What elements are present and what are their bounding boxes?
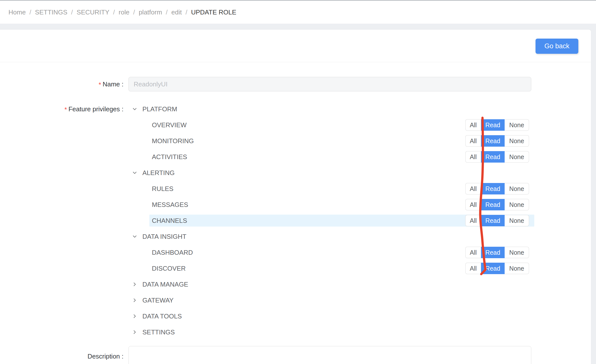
tree-row-gateway: GATEWAY [0, 295, 591, 306]
privilege-none-button[interactable]: None [505, 135, 529, 147]
chevron-right-icon[interactable] [131, 329, 138, 335]
breadcrumb-separator: / [133, 8, 135, 16]
tree-row-data-manage: DATA MANAGE [0, 279, 591, 290]
privilege-group: AllReadNone [465, 199, 529, 210]
privilege-read-button[interactable]: Read [481, 199, 505, 210]
tree-row-label[interactable]: MONITORING [152, 137, 194, 145]
tree-row-data-insight: DATA INSIGHT [0, 231, 591, 242]
breadcrumb-item-update-role: UPDATE ROLE [191, 8, 236, 16]
privilege-read-button[interactable]: Read [481, 135, 505, 147]
privilege-group: AllReadNone [465, 151, 529, 163]
tree-row-label[interactable]: DATA INSIGHT [142, 233, 186, 241]
tree-row-messages: MESSAGESAllReadNone [0, 199, 591, 210]
chevron-right-icon[interactable] [131, 281, 138, 288]
privilege-read-button[interactable]: Read [481, 215, 505, 226]
tree-row-label[interactable]: PLATFORM [142, 105, 177, 113]
privilege-all-button[interactable]: All [465, 151, 481, 163]
tree-row-label[interactable]: ALERTING [142, 169, 175, 177]
chevron-down-icon[interactable] [131, 106, 138, 112]
privilege-read-button[interactable]: Read [481, 183, 505, 194]
tree-row-settings: SETTINGS [0, 326, 591, 338]
tree-row-label[interactable]: DATA MANAGE [142, 281, 188, 288]
tree-row-label[interactable]: RULES [152, 185, 174, 193]
breadcrumb-item-role[interactable]: role [119, 8, 129, 16]
description-textarea[interactable] [128, 346, 531, 364]
privilege-all-button[interactable]: All [465, 119, 481, 131]
breadcrumb-separator: / [166, 8, 168, 16]
tree-row-alerting: ALERTING [0, 167, 591, 179]
tree-row-label[interactable]: CHANNELS [152, 217, 187, 225]
privilege-read-button[interactable]: Read [481, 263, 505, 274]
privilege-all-button[interactable]: All [465, 215, 481, 226]
privilege-all-button[interactable]: All [465, 263, 481, 274]
privilege-none-button[interactable]: None [505, 263, 529, 274]
breadcrumb-separator: / [113, 8, 115, 16]
breadcrumb-item-edit[interactable]: edit [171, 8, 182, 16]
tree-row-dashboard: DASHBOARDAllReadNone [0, 247, 591, 258]
tree-row-overview: OVERVIEWAllReadNone [0, 119, 591, 131]
breadcrumb-item-security[interactable]: SECURITY [77, 8, 109, 16]
breadcrumb-separator: / [185, 8, 187, 16]
privilege-read-button[interactable]: Read [481, 247, 505, 258]
tree-row-discover: DISCOVERAllReadNone [0, 263, 591, 274]
tree-row-monitoring: MONITORINGAllReadNone [0, 135, 591, 147]
privilege-group: AllReadNone [465, 183, 529, 194]
breadcrumb-item-platform[interactable]: platform [139, 8, 162, 16]
privilege-none-button[interactable]: None [505, 151, 529, 163]
privilege-none-button[interactable]: None [505, 183, 529, 194]
chevron-down-icon[interactable] [131, 170, 138, 176]
breadcrumb: Home/SETTINGS/SECURITY/role/platform/edi… [8, 8, 236, 16]
tree-row-channels: CHANNELSAllReadNone [0, 215, 591, 226]
description-label: Description : [0, 352, 123, 361]
privilege-tree: PLATFORMOVERVIEWAllReadNoneMONITORINGAll… [0, 30, 591, 364]
description-label-text: Description : [88, 353, 124, 360]
privilege-read-button[interactable]: Read [481, 119, 505, 131]
tree-row-label[interactable]: GATEWAY [142, 297, 174, 304]
privilege-none-button[interactable]: None [505, 199, 529, 210]
privilege-none-button[interactable]: None [505, 119, 529, 131]
tree-row-label[interactable]: DATA TOOLS [142, 312, 182, 320]
privilege-all-button[interactable]: All [465, 135, 481, 147]
privilege-group: AllReadNone [465, 135, 529, 147]
privilege-none-button[interactable]: None [505, 247, 529, 258]
tree-row-label[interactable]: OVERVIEW [152, 121, 187, 129]
tree-row-label[interactable]: MESSAGES [152, 201, 188, 209]
privilege-all-button[interactable]: All [465, 199, 481, 210]
tree-row-rules: RULESAllReadNone [0, 183, 591, 194]
breadcrumb-item-home[interactable]: Home [8, 8, 26, 16]
tree-row-label[interactable]: DISCOVER [152, 265, 186, 272]
breadcrumb-separator: / [29, 8, 31, 16]
privilege-all-button[interactable]: All [465, 247, 481, 258]
tree-row-platform: PLATFORM [0, 103, 591, 115]
chevron-right-icon[interactable] [131, 313, 138, 319]
tree-row-label[interactable]: DASHBOARD [152, 249, 193, 256]
privilege-none-button[interactable]: None [505, 215, 529, 226]
tree-row-label[interactable]: SETTINGS [142, 328, 175, 336]
privilege-all-button[interactable]: All [465, 183, 481, 194]
privilege-group: AllReadNone [465, 247, 529, 258]
breadcrumb-separator: / [71, 8, 73, 16]
tree-row-data-tools: DATA TOOLS [0, 310, 591, 322]
tree-row-activities: ACTIVITIESAllReadNone [0, 151, 591, 163]
breadcrumb-bar: Home/SETTINGS/SECURITY/role/platform/edi… [0, 1, 596, 24]
screen: Home/SETTINGS/SECURITY/role/platform/edi… [0, 0, 596, 364]
content-card: Go back *Name : *Feature privileges : PL… [0, 29, 591, 364]
privilege-group: AllReadNone [465, 263, 529, 274]
privilege-group: AllReadNone [465, 215, 529, 226]
tree-row-label[interactable]: ACTIVITIES [152, 153, 187, 161]
privilege-read-button[interactable]: Read [481, 151, 505, 163]
chevron-right-icon[interactable] [131, 297, 138, 303]
privilege-group: AllReadNone [465, 119, 529, 131]
chevron-down-icon[interactable] [131, 233, 138, 240]
breadcrumb-item-settings[interactable]: SETTINGS [35, 8, 67, 16]
